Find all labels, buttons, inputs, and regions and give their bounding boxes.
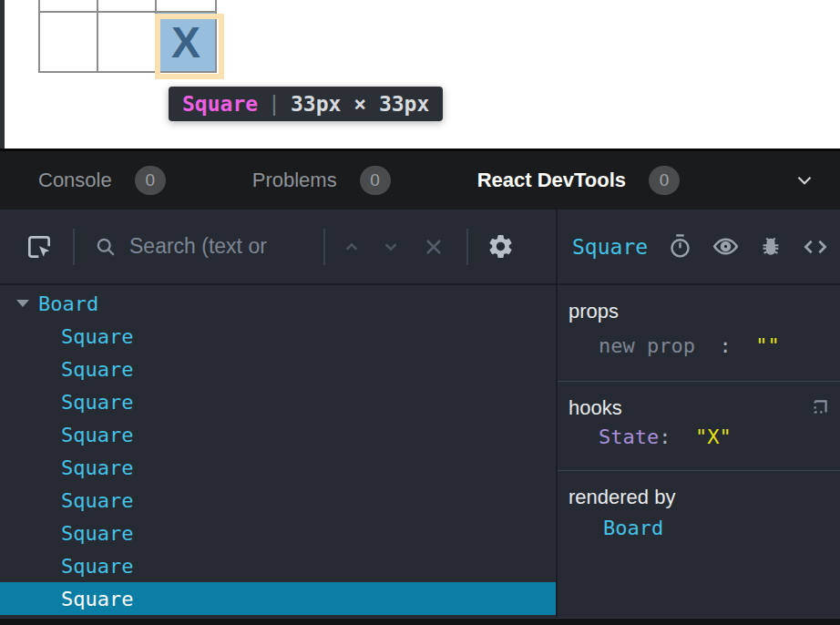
component-name: Square xyxy=(61,456,133,479)
tree-row-board[interactable]: Board xyxy=(0,287,556,320)
tab-label: React DevTools xyxy=(477,169,626,192)
tab-label: Console xyxy=(38,169,112,192)
bug-icon[interactable] xyxy=(758,234,784,260)
devtools-bottom-edge xyxy=(0,618,840,625)
tree-row-square[interactable]: Square xyxy=(0,353,556,385)
parse-hook-names-icon[interactable] xyxy=(807,396,831,420)
tooltip-dimensions: 33px × 33px xyxy=(291,92,429,116)
settings-gear-icon[interactable] xyxy=(487,232,515,261)
inspect-overlay-tooltip: Square | 33px × 33px xyxy=(169,87,443,121)
toolbar-divider xyxy=(73,229,75,265)
tab-count-badge: 0 xyxy=(649,166,680,195)
tic-tac-toe-board: X xyxy=(38,0,217,73)
rendered-by-title: rendered by xyxy=(569,486,831,509)
props-section: props new prop : "" xyxy=(558,285,840,382)
inspect-element-icon[interactable] xyxy=(25,232,54,261)
components-toolbar-left xyxy=(0,210,558,283)
hook-gap xyxy=(671,425,695,448)
rendered-by-owner-link[interactable]: Board xyxy=(603,517,663,539)
toolbar-divider xyxy=(466,229,468,265)
component-name: Board xyxy=(38,292,98,315)
chevron-down-icon[interactable] xyxy=(793,169,816,192)
chevron-up-icon[interactable] xyxy=(340,235,364,259)
stopwatch-icon[interactable] xyxy=(667,233,693,260)
component-tree: Board SquareSquareSquareSquareSquareSqua… xyxy=(0,285,558,618)
devtools-window: X Square | 33px × 33px Console 0 Problem… xyxy=(0,0,840,625)
component-name: Square xyxy=(61,588,133,610)
expand-collapse-icon[interactable] xyxy=(16,300,29,307)
board-cell[interactable] xyxy=(157,0,215,13)
component-name: Square xyxy=(61,555,133,578)
devtools-tab-bar: Console 0 Problems 0 React DevTools 0 xyxy=(0,151,840,210)
hooks-section-title: hooks xyxy=(569,396,622,420)
tooltip-separator: | xyxy=(268,92,281,116)
board-cell-x-highlighted[interactable]: X xyxy=(157,13,215,71)
tree-row-square[interactable]: Square xyxy=(0,484,556,517)
tree-row-square[interactable]: Square xyxy=(0,451,556,484)
tree-row-square[interactable]: Square xyxy=(0,517,556,549)
inspected-component-header: Square xyxy=(558,210,840,283)
props-section-title: props xyxy=(569,300,831,323)
search-input[interactable] xyxy=(128,233,318,260)
component-name: Square xyxy=(61,424,133,446)
state-hook-row[interactable]: State: "X" xyxy=(599,425,831,448)
window-left-border xyxy=(0,0,5,149)
tree-row-square[interactable]: Square xyxy=(0,549,556,582)
search-icon xyxy=(93,234,118,260)
components-panel-body: Board SquareSquareSquareSquareSquareSqua… xyxy=(0,285,840,618)
clear-search-icon[interactable] xyxy=(421,234,446,260)
tab-console[interactable]: Console 0 xyxy=(38,166,166,195)
hook-value[interactable]: "X" xyxy=(695,425,732,448)
component-name: Square xyxy=(61,325,133,348)
inspected-element-panel: props new prop : "" hooks State: "X" re xyxy=(558,285,840,618)
hook-name[interactable]: State xyxy=(599,425,659,448)
new-prop-row[interactable]: new prop : "" xyxy=(599,334,831,357)
chevron-down-icon[interactable] xyxy=(379,235,403,259)
prop-value[interactable]: "" xyxy=(755,334,780,357)
tab-count-badge: 0 xyxy=(360,166,391,195)
components-toolbar: Square xyxy=(0,210,840,285)
component-name: Square xyxy=(61,391,133,414)
tooltip-component-name: Square xyxy=(182,92,258,116)
tab-react-devtools[interactable]: React DevTools 0 xyxy=(477,166,680,195)
hooks-section: hooks State: "X" xyxy=(558,382,840,471)
tab-problems[interactable]: Problems 0 xyxy=(252,166,391,195)
hook-colon: : xyxy=(659,425,671,448)
tree-row-square[interactable]: Square xyxy=(0,582,556,615)
component-name: Square xyxy=(61,358,133,381)
board-cell[interactable] xyxy=(40,0,98,13)
prop-colon: : xyxy=(695,334,755,357)
eye-icon[interactable] xyxy=(712,232,740,261)
component-name: Square xyxy=(61,489,133,512)
tree-row-square[interactable]: Square xyxy=(0,320,556,353)
toolbar-divider xyxy=(323,229,325,265)
tree-row-square[interactable]: Square xyxy=(0,385,556,418)
inspected-component-name: Square xyxy=(572,235,648,259)
board-cell[interactable] xyxy=(98,0,157,13)
board-cell[interactable] xyxy=(40,13,98,71)
tree-row-square[interactable]: Square xyxy=(0,418,556,451)
browser-viewport: X Square | 33px × 33px xyxy=(0,0,840,149)
board-cell[interactable] xyxy=(98,13,157,71)
tab-count-badge: 0 xyxy=(135,166,166,195)
view-source-icon[interactable] xyxy=(802,233,829,261)
component-name: Square xyxy=(61,522,133,545)
rendered-by-section: rendered by Board xyxy=(558,471,840,618)
prop-name[interactable]: new prop xyxy=(599,334,695,357)
tab-label: Problems xyxy=(252,169,337,192)
tree-children: SquareSquareSquareSquareSquareSquareSqua… xyxy=(0,320,556,615)
